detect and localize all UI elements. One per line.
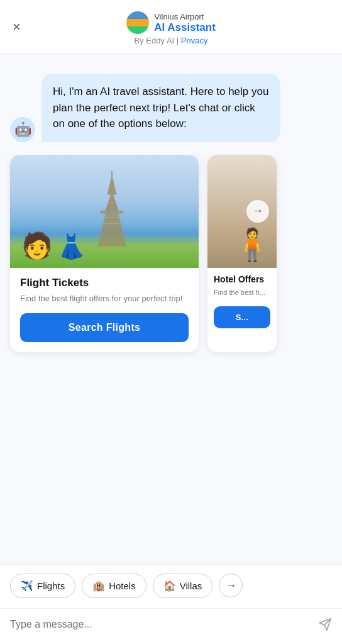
header-logo-row: Vilnius Airport AI Assistant — [126, 11, 216, 34]
message-input[interactable] — [10, 619, 312, 630]
hotel-card-image: → 🧍 — [207, 155, 277, 268]
hotel-person-icon: 🧍 — [233, 226, 272, 263]
cards-scroll-area[interactable]: 🧑 👗 Flight Tickets Find the best flight … — [0, 155, 342, 365]
svg-rect-2 — [101, 210, 124, 213]
svg-marker-0 — [97, 211, 126, 246]
hotel-card-body: Hotel Offers Find the best h... S... — [207, 268, 277, 336]
close-button[interactable]: × — [13, 20, 21, 34]
chip-villas-label: Villas — [180, 580, 202, 591]
send-icon — [318, 618, 332, 631]
flights-emoji-icon: ✈️ — [21, 580, 33, 592]
chip-flights[interactable]: ✈️ Flights — [10, 574, 75, 598]
header-byline: By Eddy AI | Privacy — [135, 36, 208, 45]
svg-marker-4 — [108, 177, 117, 194]
hotels-emoji-icon: 🏨 — [92, 580, 105, 592]
search-hotels-button[interactable]: S... — [214, 306, 270, 328]
header-center: Vilnius Airport AI Assistant By Eddy AI … — [126, 11, 216, 45]
greeting-text: Hi, I'm an AI travel assistant. Here to … — [53, 86, 268, 130]
flight-card-body: Flight Tickets Find the best flight offe… — [10, 268, 199, 352]
hotel-offers-card[interactable]: → 🧍 Hotel Offers Find the best h... S... — [207, 155, 277, 352]
eiffel-tower-icon — [93, 171, 131, 249]
svg-rect-5 — [111, 171, 113, 179]
chip-hotels-label: Hotels — [109, 580, 136, 591]
header-title-block: Vilnius Airport AI Assistant — [154, 12, 216, 34]
flight-card-title: Flight Tickets — [20, 277, 189, 289]
chips-next-arrow[interactable]: → — [219, 574, 243, 597]
villas-emoji-icon: 🏠 — [163, 580, 176, 592]
message-row: 🤖 Hi, I'm an AI travel assistant. Here t… — [0, 74, 342, 155]
chip-hotels[interactable]: 🏨 Hotels — [82, 574, 146, 598]
ai-label: AI Assistant — [154, 21, 216, 34]
hotel-card-title: Hotel Offers — [214, 274, 270, 284]
search-flights-button[interactable]: Search Flights — [20, 313, 189, 342]
flight-card-image: 🧑 👗 — [10, 155, 199, 268]
message-input-area — [0, 608, 342, 644]
airport-label: Vilnius Airport — [154, 12, 204, 21]
bot-avatar: 🤖 — [10, 117, 35, 142]
logo-icon — [126, 11, 149, 34]
person2-icon: 👗 — [57, 233, 86, 260]
privacy-link[interactable]: Privacy — [181, 36, 208, 45]
person1-icon: 🧑 — [21, 231, 53, 260]
app-header: × Vilnius Airport AI Assistant By Eddy A… — [0, 0, 342, 55]
chips-row: ✈️ Flights 🏨 Hotels 🏠 Villas → — [0, 564, 342, 608]
chip-villas[interactable]: 🏠 Villas — [153, 574, 213, 598]
flight-tickets-card[interactable]: 🧑 👗 Flight Tickets Find the best flight … — [10, 155, 199, 352]
chat-area: 🤖 Hi, I'm an AI travel assistant. Here t… — [0, 55, 342, 564]
chip-flights-label: Flights — [37, 580, 65, 591]
hotel-card-desc: Find the best h... — [214, 288, 270, 297]
send-button[interactable] — [318, 618, 332, 631]
bot-message-bubble: Hi, I'm an AI travel assistant. Here to … — [41, 74, 280, 142]
flight-card-desc: Find the best flight offers for your per… — [20, 293, 189, 304]
